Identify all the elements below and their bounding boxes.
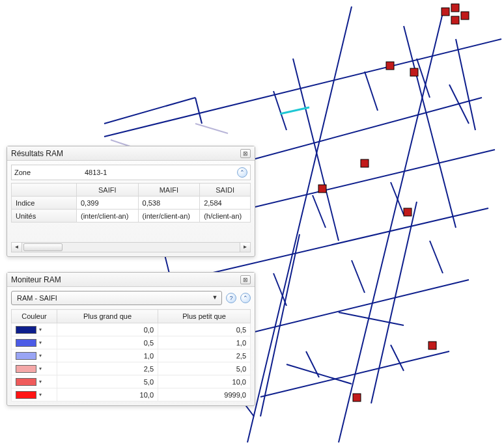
legend-less[interactable]: 2,5 xyxy=(158,349,251,362)
monitor-panel-title: Moniteur RAM xyxy=(11,275,61,284)
legend-greater[interactable]: 2,5 xyxy=(57,362,158,375)
svg-line-16 xyxy=(287,364,352,384)
svg-rect-40 xyxy=(318,185,326,193)
svg-line-29 xyxy=(391,345,404,371)
legend-table: Couleur Plus grand que Plus petit que ▾0… xyxy=(11,309,251,401)
chevron-down-icon[interactable]: ▾ xyxy=(39,327,42,332)
metric-dropdown[interactable]: RAM - SAIFI ▼ xyxy=(11,291,222,305)
results-panel: Résultats RAM ⊠ Zone 4813-1 ⌃ SAIFI MAIF… xyxy=(7,146,255,257)
row-header: Indice xyxy=(12,196,77,210)
svg-line-24 xyxy=(391,182,404,215)
chevron-down-icon[interactable]: ▾ xyxy=(39,353,42,359)
legend-less[interactable]: 1,0 xyxy=(158,336,251,349)
legend-greater[interactable]: 0,5 xyxy=(57,336,158,349)
svg-rect-42 xyxy=(404,208,412,216)
chevron-down-icon[interactable]: ▾ xyxy=(39,366,42,372)
svg-line-7 xyxy=(260,351,449,397)
legend-greater[interactable]: 5,0 xyxy=(57,375,158,388)
close-icon[interactable]: ⊠ xyxy=(240,275,251,284)
legend-color-cell[interactable]: ▾ xyxy=(12,336,57,349)
zone-value: 4813-1 xyxy=(85,169,232,176)
legend-row: ▾2,55,0 xyxy=(12,362,251,375)
svg-rect-44 xyxy=(353,394,361,401)
table-row: Indice 0,399 0,538 2,584 xyxy=(12,196,251,210)
color-swatch[interactable] xyxy=(16,339,36,347)
svg-line-21 xyxy=(449,85,469,124)
col-maifi[interactable]: MAIFI xyxy=(138,183,200,196)
color-swatch[interactable] xyxy=(16,378,36,386)
scroll-left-icon[interactable]: ◄ xyxy=(12,243,22,252)
col-color[interactable]: Couleur xyxy=(12,310,57,323)
chevron-down-icon[interactable]: ▾ xyxy=(39,340,42,345)
svg-line-9 xyxy=(371,202,417,403)
color-swatch[interactable] xyxy=(16,326,36,334)
scroll-right-icon[interactable]: ► xyxy=(240,243,250,252)
help-icon[interactable]: ? xyxy=(226,293,236,303)
monitor-panel: Moniteur RAM ⊠ RAM - SAIFI ▼ ? ⌃ Couleur… xyxy=(7,272,255,406)
legend-color-cell[interactable]: ▾ xyxy=(12,388,57,401)
col-greater[interactable]: Plus grand que xyxy=(57,310,158,323)
svg-line-23 xyxy=(313,195,326,228)
cell: 0,538 xyxy=(138,196,200,210)
results-table: SAIFI MAIFI SAIDI Indice 0,399 0,538 2,5… xyxy=(11,183,251,223)
svg-line-18 xyxy=(273,91,287,130)
col-saifi[interactable]: SAIFI xyxy=(77,183,139,196)
results-panel-header[interactable]: Résultats RAM ⊠ xyxy=(7,146,255,161)
legend-less[interactable]: 0,5 xyxy=(158,323,251,336)
svg-line-27 xyxy=(430,241,443,273)
legend-row: ▾0,00,5 xyxy=(12,323,251,336)
svg-line-28 xyxy=(306,351,319,377)
collapse-icon[interactable]: ⌃ xyxy=(240,293,251,303)
row-header: Unités xyxy=(12,210,77,223)
svg-rect-39 xyxy=(410,68,418,76)
legend-color-cell[interactable]: ▾ xyxy=(12,375,57,388)
close-icon[interactable]: ⊠ xyxy=(240,149,251,158)
color-swatch[interactable] xyxy=(16,365,36,373)
chevron-down-icon[interactable]: ▾ xyxy=(39,379,42,385)
svg-line-33 xyxy=(280,107,309,114)
dropdown-value: RAM - SAIFI xyxy=(17,294,211,302)
svg-rect-38 xyxy=(386,62,394,70)
legend-color-cell[interactable]: ▾ xyxy=(12,323,57,336)
svg-line-19 xyxy=(365,72,378,111)
legend-color-cell[interactable]: ▾ xyxy=(12,362,57,375)
horizontal-scrollbar[interactable]: ◄ ► xyxy=(11,242,251,252)
monitor-panel-header[interactable]: Moniteur RAM ⊠ xyxy=(7,273,255,287)
col-less[interactable]: Plus petit que xyxy=(158,310,251,323)
legend-less[interactable]: 9999,0 xyxy=(158,388,251,401)
svg-line-3 xyxy=(241,98,482,163)
legend-row: ▾1,02,5 xyxy=(12,349,251,362)
legend-greater[interactable]: 10,0 xyxy=(57,388,158,401)
cell: 0,399 xyxy=(77,196,139,210)
svg-rect-37 xyxy=(451,4,459,12)
svg-rect-35 xyxy=(451,16,459,24)
zone-row: Zone 4813-1 ⌃ xyxy=(11,165,251,180)
zone-label: Zone xyxy=(14,169,79,176)
legend-color-cell[interactable]: ▾ xyxy=(12,349,57,362)
legend-less[interactable]: 10,0 xyxy=(158,375,251,388)
scroll-thumb[interactable] xyxy=(23,243,63,251)
collapse-icon[interactable]: ⌃ xyxy=(237,167,247,178)
results-panel-title: Résultats RAM xyxy=(11,149,63,158)
cell: (inter/client-an) xyxy=(77,210,139,223)
chevron-down-icon[interactable]: ▾ xyxy=(39,392,42,398)
color-swatch[interactable] xyxy=(16,352,36,360)
cell: (inter/client-an) xyxy=(138,210,200,223)
svg-line-15 xyxy=(339,312,404,325)
legend-less[interactable]: 5,0 xyxy=(158,362,251,375)
svg-rect-36 xyxy=(461,12,469,20)
legend-header-row: Couleur Plus grand que Plus petit que xyxy=(12,310,251,323)
svg-line-14 xyxy=(104,98,195,124)
legend-greater[interactable]: 0,0 xyxy=(57,323,158,336)
svg-rect-41 xyxy=(361,159,369,167)
svg-line-26 xyxy=(352,260,365,293)
legend-row: ▾10,09999,0 xyxy=(12,388,251,401)
color-swatch[interactable] xyxy=(16,391,36,399)
legend-greater[interactable]: 1,0 xyxy=(57,349,158,362)
col-saidi[interactable]: SAIDI xyxy=(200,183,251,196)
table-header-row: SAIFI MAIFI SAIDI xyxy=(12,183,251,196)
table-row: Unités (inter/client-an) (inter/client-a… xyxy=(12,210,251,223)
svg-line-1 xyxy=(247,7,352,442)
legend-row: ▾0,51,0 xyxy=(12,336,251,349)
cell: 2,584 xyxy=(200,196,251,210)
